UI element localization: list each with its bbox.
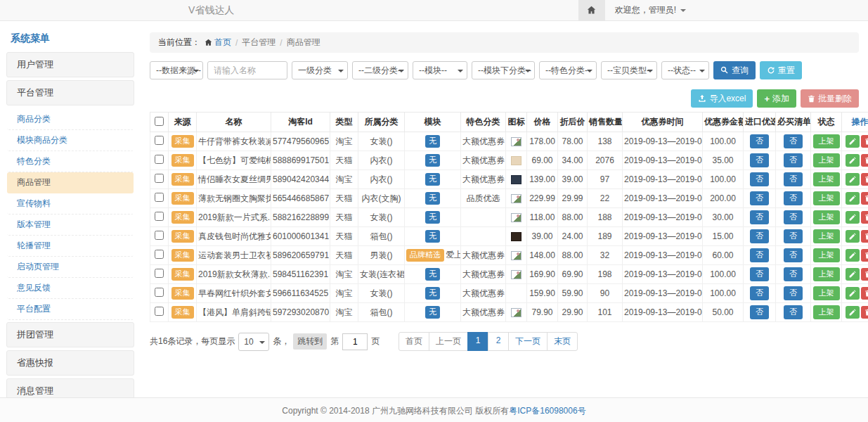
breadcrumb-item[interactable]: 商品管理 [287,37,320,49]
row-checkbox[interactable] [155,136,164,145]
delete-button[interactable] [861,230,868,243]
pager-button[interactable]: 1 [467,332,488,351]
pager-button[interactable]: 下一页 [508,332,548,351]
edit-button[interactable] [846,230,860,243]
delete-button[interactable] [861,211,868,224]
import-select-toggle[interactable]: 否 [750,134,769,148]
delete-button[interactable] [861,135,868,148]
must-buy-toggle[interactable]: 否 [784,172,803,186]
status-badge[interactable]: 上架 [813,153,840,167]
filter-select[interactable]: --模块-- [413,61,467,79]
delete-button[interactable] [861,268,868,281]
import-select-toggle[interactable]: 否 [750,248,769,262]
home-button[interactable] [578,0,605,20]
edit-button[interactable] [846,211,860,224]
pager-button[interactable]: 首页 [399,332,429,351]
pager-button[interactable]: 2 [488,332,509,351]
delete-button[interactable] [861,306,868,319]
name-search-input[interactable] [207,61,287,79]
status-badge[interactable]: 上架 [813,248,840,262]
data-source-select[interactable]: --数据来源-- [150,61,203,79]
must-buy-toggle[interactable]: 否 [784,229,803,243]
must-buy-toggle[interactable]: 否 [784,267,803,281]
status-badge[interactable]: 上架 [813,172,840,186]
breadcrumb-item[interactable]: 平台管理 [242,37,276,49]
import-select-toggle[interactable]: 否 [750,210,769,224]
row-checkbox[interactable] [155,269,164,278]
must-buy-toggle[interactable]: 否 [784,248,803,262]
must-buy-toggle[interactable]: 否 [784,134,803,148]
filter-select[interactable]: --二级分类-- [352,61,408,79]
import-select-toggle[interactable]: 否 [750,229,769,243]
sidebar-section[interactable]: 拼团管理 [6,322,134,347]
search-button[interactable]: 查询 [713,61,756,79]
import-excel-button[interactable]: 导入excel [691,89,753,108]
jump-button[interactable]: 跳转到 [293,333,327,350]
icp-link[interactable]: 粤ICP备16098006号 [509,406,585,416]
delete-button[interactable] [861,249,868,262]
import-select-toggle[interactable]: 否 [750,305,769,319]
must-buy-toggle[interactable]: 否 [784,153,803,167]
edit-button[interactable] [846,192,860,205]
sidebar-section[interactable]: 用户管理 [6,52,134,77]
row-checkbox[interactable] [155,288,164,297]
per-page-select[interactable]: 10 [238,333,269,351]
edit-button[interactable] [846,287,860,300]
edit-button[interactable] [846,249,860,262]
import-select-toggle[interactable]: 否 [750,267,769,281]
import-select-toggle[interactable]: 否 [750,191,769,205]
status-badge[interactable]: 上架 [813,286,840,300]
filter-select[interactable]: --特色分类-- [539,61,597,79]
must-buy-toggle[interactable]: 否 [784,191,803,205]
breadcrumb-home-link[interactable]: 首页 [205,37,231,49]
row-checkbox[interactable] [155,174,164,183]
row-checkbox[interactable] [155,212,164,221]
page-number-input[interactable] [342,333,368,350]
status-badge[interactable]: 上架 [813,210,840,224]
delete-button[interactable] [861,154,868,167]
reset-button[interactable]: 重置 [760,61,802,79]
sidebar-submenu-item[interactable]: 轮播管理 [7,236,134,257]
pager-button[interactable]: 上一页 [429,332,468,351]
edit-button[interactable] [846,268,860,281]
user-menu[interactable]: 欢迎您，管理员! [605,4,696,16]
filter-select[interactable]: --宝贝类型-- [601,61,657,79]
edit-button[interactable] [846,173,860,186]
edit-button[interactable] [846,135,860,148]
sidebar-section[interactable]: 省惠快报 [6,350,134,376]
import-select-toggle[interactable]: 否 [750,172,769,186]
must-buy-toggle[interactable]: 否 [784,286,803,300]
row-checkbox[interactable] [155,250,164,259]
must-buy-toggle[interactable]: 否 [784,305,803,319]
filter-select[interactable]: --模块下分类-- [472,61,535,79]
sidebar-submenu-item[interactable]: 宣传物料 [7,193,134,215]
row-checkbox[interactable] [155,155,164,164]
sidebar-submenu-item[interactable]: 模块商品分类 [7,130,134,151]
select-all-checkbox[interactable] [155,117,164,126]
add-button[interactable]: 添加 [757,89,796,108]
status-badge[interactable]: 上架 [813,305,840,319]
sidebar-submenu-item[interactable]: 商品分类 [7,109,134,130]
filter-select[interactable]: --状态-- [661,61,709,79]
sidebar-submenu-item[interactable]: 意见反馈 [7,278,134,299]
row-checkbox[interactable] [155,231,164,240]
must-buy-toggle[interactable]: 否 [784,210,803,224]
edit-button[interactable] [846,306,860,319]
sidebar-submenu-item[interactable]: 平台配置 [7,299,134,320]
import-select-toggle[interactable]: 否 [750,153,769,167]
sidebar-submenu-item[interactable]: 商品管理 [7,172,134,193]
import-select-toggle[interactable]: 否 [750,286,769,300]
status-badge[interactable]: 上架 [813,229,840,243]
edit-button[interactable] [846,154,860,167]
row-checkbox[interactable] [155,307,164,316]
sidebar-section[interactable]: 消息管理 [6,378,134,397]
status-badge[interactable]: 上架 [813,134,840,148]
sidebar-submenu-item[interactable]: 版本管理 [7,215,134,236]
delete-button[interactable] [861,192,868,205]
pager-button[interactable]: 末页 [547,332,578,351]
row-checkbox[interactable] [155,193,164,202]
batch-delete-button[interactable]: 批量删除 [801,89,859,108]
sidebar-submenu-item[interactable]: 启动页管理 [7,257,134,278]
sidebar-section[interactable]: 平台管理 [6,80,134,106]
filter-select[interactable]: 一级分类 [292,61,348,79]
